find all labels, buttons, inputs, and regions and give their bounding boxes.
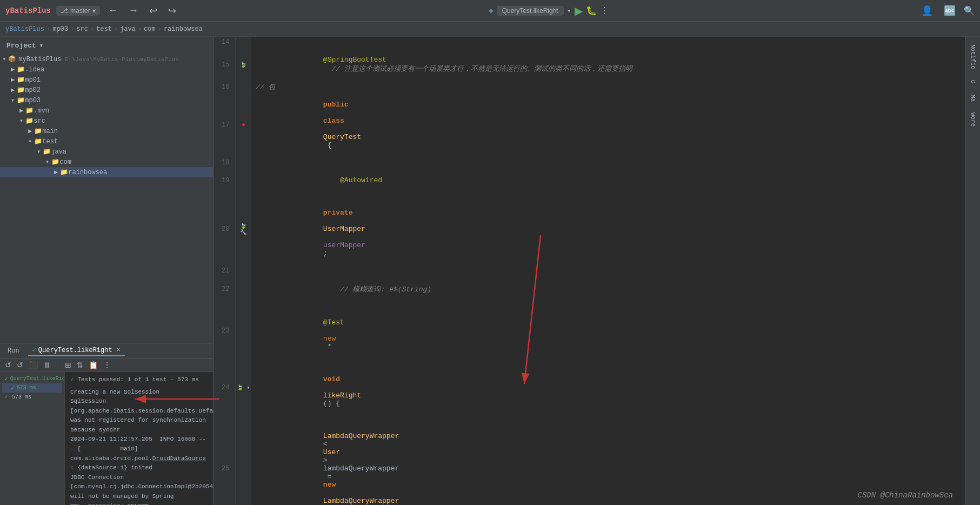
undo-button[interactable]: ↩ [146,4,160,18]
code-line-16: 16 // 包 [214,82,965,92]
line-gutter [235,265,251,276]
class-name: UserMapper [323,225,365,233]
line-number: 19 [214,168,235,192]
git-icon: ⎇ [61,7,68,15]
gradle-panel[interactable]: Wore [970,109,976,130]
gutter-icon2: 🔧 [240,230,246,236]
line-number: 23 [214,302,235,359]
duration-label: 573 ms [17,385,36,391]
close-icon[interactable]: × [117,347,121,354]
annotation: @SpringBootTest [323,56,386,64]
search-button[interactable]: 🔍 [964,5,975,16]
folder-icon: 📁 [51,158,59,166]
line-gutter: 🍃 [235,48,251,82]
line-number: 20 [214,192,235,265]
keyword: class [323,117,344,125]
line-number: 22 [214,276,235,302]
pause-button[interactable]: ⏸ [42,360,52,370]
branch-button[interactable]: ⎇ master ▾ [56,6,100,16]
tree-label: myBatisPlus [18,56,61,63]
test-result-text: Tests passed: 1 of 1 test – 573 ms [77,376,198,383]
filter-button[interactable]: ⊞ [63,360,73,370]
annotation: @Test [323,318,344,327]
back-button[interactable]: ← [105,4,121,17]
line-gutter [235,302,251,359]
rerun-button[interactable]: ↺ [3,360,13,370]
tree-label: .idea [25,66,44,74]
folder-icon: 📁 [25,117,34,125]
maven-panel[interactable]: Ma [970,91,976,105]
breadcrumb-item[interactable]: test [96,25,112,33]
output-line-2: SqlSession [org.apache.ibatis.session.de… [70,397,208,435]
breadcrumb-item[interactable]: java [120,25,136,33]
run-toolbar: ↺ ↺ ⬛ ⏸ | ⊞ ⇅ 📋 ⋮ [0,358,213,372]
sort-button[interactable]: ⇅ [75,360,85,370]
run-tree-item[interactable]: ✓ 573 ms [2,383,62,393]
line-gutter [235,168,251,192]
run-button[interactable]: ▶ [575,4,583,17]
breadcrumb-item[interactable]: rainbowsea [164,25,203,33]
code-line-18: 18 [214,157,965,168]
run-tree-result[interactable]: ✓ 573 ms [2,393,62,401]
tree-label: com [59,158,71,166]
translate-button[interactable]: 🔤 [941,4,958,18]
run-tab-test-label: QueryTest.likeRight [38,347,112,354]
tree-item-main[interactable]: ▶ 📁 main [0,126,213,136]
settings-button[interactable]: ⋮ [102,360,112,370]
breadcrumb-item[interactable]: yBatisPlus [5,25,44,33]
run-config-button[interactable]: QueryTest.likeRight [497,6,564,16]
breadcrumb-item[interactable]: mp03 [52,25,68,33]
tree-item-com[interactable]: ▾ 📁 com [0,157,213,167]
tree-item-mybatisplus[interactable]: ▾ 📦 myBatisPlus E:\Java\MyBatis-Plus\myB… [0,54,213,64]
method-name: likeRight [323,391,361,400]
comment: // 注意这个测试必须要有一个场景类才行，不然是无法运行的。测试的类不同的话，还… [323,65,632,73]
class-name: QueryTest [323,133,361,141]
green-check-icon: ✓ [32,346,36,354]
tree-label: mp02 [25,87,41,94]
rerun-failed-button[interactable]: ↺ [15,360,25,370]
debug-button[interactable]: 🐛 [586,5,597,16]
output-line-1: Creating a new SqlSession [70,388,208,397]
expand-icon: ▾ [28,137,32,145]
more-button[interactable]: ⋮ [600,5,609,16]
profile-button[interactable]: 👤 [918,4,936,18]
tree-item-mp03[interactable]: ▾ 📁 mp03 [0,95,213,105]
line-code: // 包 [251,82,965,92]
code-line-17: 17 ● public class QueryTest { [214,92,965,157]
line-gutter [235,157,251,168]
check-icon: ✓ [70,376,77,383]
tab-query-test[interactable]: ✓ QueryTest.likeRight × [28,345,125,356]
stop-button[interactable]: ⬛ [27,360,39,370]
expand-icon: ▾ [45,158,49,166]
line-number: 18 [214,157,235,168]
tree-item-mp02[interactable]: ▶ 📁 mp02 [0,85,213,95]
tree-item-rainbowsea[interactable]: ▶ 📁 rainbowsea [0,167,213,177]
brand-logo: yBatisPlus [5,6,51,15]
breadcrumb-item[interactable]: com [144,25,156,33]
tree-item-mvn[interactable]: ▶ 📁 .mvn [0,105,213,116]
export-button[interactable]: 📋 [87,360,99,370]
code-line-23: 23 @Test new * [214,302,965,359]
run-tree: ✓ QueryTest.likeRight ✓ 573 ms ✓ 573 ms [0,372,65,505]
run-tree-label: QueryTest.likeRight [10,376,65,382]
tree-item-java[interactable]: ▾ 📁 java [0,147,213,157]
tab-run[interactable]: Run [3,346,24,356]
forward-button[interactable]: → [126,4,141,17]
run-tree-root[interactable]: ✓ QueryTest.likeRight [2,374,62,383]
database-panel[interactable]: D [970,77,976,87]
check-icon: ✓ [4,375,8,382]
tree-item-test[interactable]: ▾ 📁 test [0,136,213,147]
code-editor[interactable]: 14 15 🍃 @SpringBootTest [214,37,965,505]
tree-item-idea[interactable]: ▶ 📁 .idea [0,64,213,75]
tree-item-mp01[interactable]: ▶ 📁 mp01 [0,75,213,85]
keyword: new [323,335,336,343]
notifications-panel[interactable]: Notific [970,41,976,72]
breadcrumb-item[interactable]: src [76,25,88,33]
tree-label: main [42,128,58,135]
line-code: // 模糊查询: e%(String) [251,276,965,302]
redo-button[interactable]: ↪ [165,4,179,18]
code-line-24: 24 🍃 ▾ void likeRight () { [214,359,965,416]
tree-item-src[interactable]: ▾ 📁 src [0,116,213,126]
run-config-chevron: ▾ [567,6,571,15]
line-gutter: 🍃 ▾ [235,359,251,416]
